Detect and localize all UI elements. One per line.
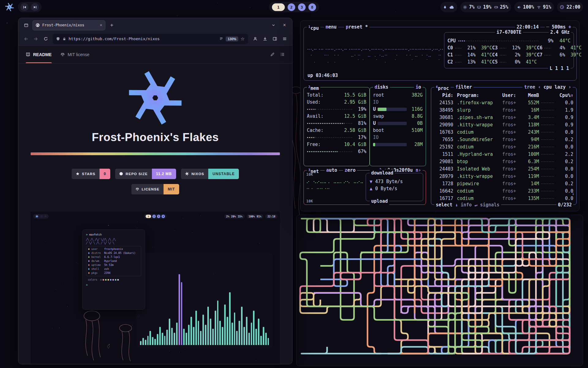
back-button[interactable] <box>21 34 31 44</box>
upload-label: upload <box>370 197 389 205</box>
net-auto-toggle[interactable]: auto <box>325 167 339 174</box>
visualizer-bar <box>188 325 190 345</box>
workspace-3[interactable]: 3 <box>298 3 306 11</box>
disks-io-toggle[interactable]: io <box>414 83 423 91</box>
visualizer-bar <box>142 338 144 345</box>
net-scale-bottom: 10K <box>306 199 313 203</box>
media-previous-button[interactable] <box>21 3 28 11</box>
browser-tab[interactable]: Frost-Phoenix/nixos × <box>32 20 105 30</box>
edit-pencil-icon[interactable] <box>270 52 275 57</box>
download-speed: ▼ 473 Byte/s <box>370 178 419 185</box>
tab-readme[interactable]: README <box>26 46 52 63</box>
badge-repo-size[interactable]: REPO SIZE11.2 MB <box>115 169 176 179</box>
fetch-command: maxfetch <box>89 233 102 236</box>
process-row[interactable]: 24153.firefox-wrapfros+552M0.0 <box>431 99 576 106</box>
process-row[interactable]: 29081btopfros+6.3M0.2 <box>431 158 576 165</box>
menu-button[interactable] <box>280 34 289 44</box>
nixos-ascii-art: ╱╲ ╱╲ ╱╲╱ ╲╱╱╲ ╱╲ ╱╲╱ ╲╱ ╲ ╱╲ ╱ ╲╱ ╲╱ ╲ <box>86 238 141 245</box>
visualizer-bar <box>224 305 226 345</box>
volume-level: 100% <box>523 4 534 10</box>
process-row[interactable]: 24403Isolated Webfros+254M0.0 <box>431 165 576 173</box>
process-row[interactable]: 30681.pipes.sh-wrafros+3.4M0.9 <box>431 114 576 121</box>
clock-widget[interactable]: 22:00 <box>557 2 583 12</box>
tab-mit-license[interactable]: MIT license <box>60 46 89 63</box>
btop-net-box: 3net auto zero ‹b wlp0s20f0u n› 10K 10K … <box>303 170 426 205</box>
process-row[interactable]: 25192codiumfros+216M0.0 <box>431 143 576 151</box>
proc-scroll-indicator[interactable]: ↓ <box>572 190 575 197</box>
visualizer-bar <box>255 329 257 345</box>
cpu-box-title[interactable]: 1cpu <box>307 23 320 32</box>
reader-mode-icon[interactable] <box>219 37 223 41</box>
visualizer-bar <box>174 333 175 345</box>
visualizer-bar <box>190 317 192 345</box>
proc-sort-control[interactable]: tree ‹ cpu lazy › <box>522 83 573 91</box>
reload-button[interactable] <box>41 34 50 44</box>
lock-icon[interactable] <box>62 37 66 41</box>
process-row[interactable]: 28979.kitty-wrappefros+119M0.0 <box>431 173 576 180</box>
weather-widget[interactable] <box>440 2 457 12</box>
visualizer-bar <box>181 282 183 345</box>
tab-close-icon[interactable]: × <box>100 23 102 28</box>
visualizer-bar <box>212 329 214 345</box>
firefox-view-button[interactable] <box>21 21 31 30</box>
system-stats-widget[interactable]: 7% 19% 25% <box>460 2 511 12</box>
disk-usage: 25% <box>500 4 508 10</box>
workspace-1[interactable]: 1 <box>272 3 285 11</box>
fetch-info-table: ●userfrostphoenix●distroNixOS 24.05 (Uak… <box>86 246 141 276</box>
window-close-button[interactable]: × <box>280 21 289 30</box>
btop-menu-button[interactable]: menu <box>324 23 338 31</box>
process-row[interactable]: 38495slurpfros+16M1.9 <box>431 106 576 114</box>
disks-box-title[interactable]: disks <box>373 83 390 91</box>
url-bar[interactable]: https://github.com/Frost-Phoenix/nixos 1… <box>53 34 248 44</box>
new-tab-button[interactable] <box>107 21 116 30</box>
forward-button[interactable] <box>31 34 40 44</box>
cpu-core-c1: C114%41°C <box>447 52 492 59</box>
nixos-logo[interactable] <box>5 2 14 12</box>
zoom-level-badge[interactable]: 130% <box>226 36 238 41</box>
visualizer-bar <box>159 327 161 345</box>
process-row[interactable]: 16642codiumfros+233M0.0 <box>431 187 576 195</box>
visualizer-bar <box>186 333 187 345</box>
cpu-frequency: 2.4 GHz <box>549 29 571 36</box>
readme-screenshot[interactable]: 1238 2%20%15% 100%91% 22:18 > maxfetch ╱… <box>31 212 280 364</box>
downloads-button[interactable] <box>260 34 270 44</box>
visualizer-bar <box>162 333 163 345</box>
proc-box-title[interactable]: 4proc <box>434 83 450 92</box>
bookmark-star-icon[interactable]: ☆ <box>241 36 245 42</box>
visualizer-bar <box>164 336 166 345</box>
url-text: https://github.com/Frost-Phoenix/nixos <box>69 36 160 41</box>
process-row[interactable]: 16763codiumfros+243M0.0 <box>431 128 576 136</box>
tracking-shield-icon[interactable] <box>56 36 60 41</box>
media-next-button[interactable] <box>31 3 39 11</box>
download-label: download <box>370 169 395 177</box>
cpu-core-c3: C312%39°C <box>492 44 537 52</box>
outline-list-icon[interactable] <box>280 52 285 57</box>
mem-row: Free:10.4 GiB <box>304 141 369 148</box>
workspace-8[interactable]: 8 <box>308 3 316 11</box>
account-button[interactable] <box>251 34 260 44</box>
process-row[interactable]: 1728pipewirefros+14M0.2 <box>431 180 576 187</box>
visualizer-bar <box>219 321 221 345</box>
audio-network-widget[interactable]: 100% 91% <box>514 2 554 12</box>
process-row[interactable]: 29090.kitty-wrappefros+118M0.9 <box>431 121 576 128</box>
badge-nixos[interactable]: NIXOSUNSTABLE <box>181 169 239 179</box>
jellyfish-art <box>74 304 147 362</box>
visualizer-bar <box>176 323 178 345</box>
proc-filter-button[interactable]: filter <box>454 83 473 91</box>
cpu-core-panel: i7-6700TE 2.4 GHz CPU 9% 44°C C021%39°CC… <box>444 32 574 68</box>
sidebar-button[interactable] <box>270 34 279 44</box>
tab-list-button[interactable] <box>269 21 278 30</box>
process-row[interactable]: 7655.SoundWireSerfros+94M0.2 <box>431 136 576 143</box>
colors-label: colors <box>88 278 99 282</box>
badge-license[interactable]: LICENSEMIT <box>131 184 179 194</box>
btop-preset-button[interactable]: preset * <box>344 23 369 31</box>
readme-content: Frost-Phoenix's Flakes STARS0REPO SIZE11… <box>18 63 292 364</box>
proc-footer-keys[interactable]: select ↓ info ↵ signals <box>434 201 501 209</box>
mem-row: Total:15.5 GiB <box>304 92 369 99</box>
mem-box-title[interactable]: 2mem <box>307 83 320 92</box>
badge-stars[interactable]: STARS0 <box>72 169 111 179</box>
btop-window: 1cpu menu preset * 22:00:14 ─ 500ms + ⠒⠢… <box>300 21 579 211</box>
workspace-2[interactable]: 2 <box>288 3 295 11</box>
process-row[interactable]: 1511.Hyprland-wrafros+100M2.2 <box>431 151 576 158</box>
net-zero-toggle[interactable]: zero <box>343 167 357 174</box>
